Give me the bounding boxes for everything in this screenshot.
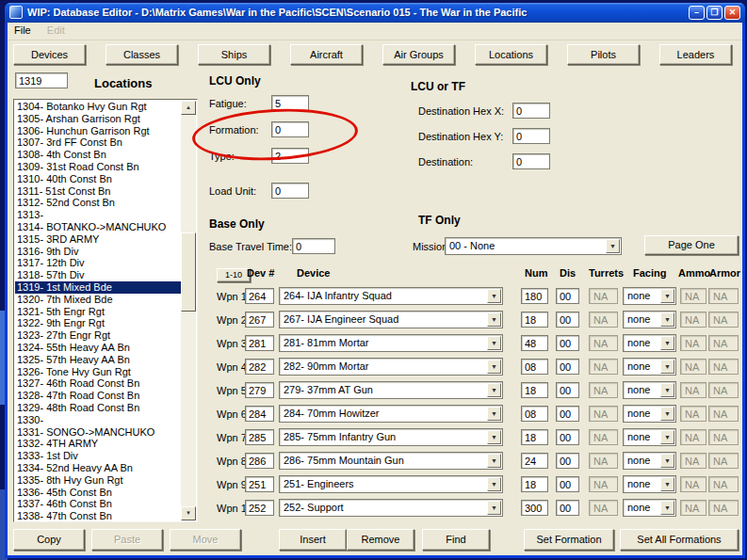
tab-pilots[interactable]: Pilots	[567, 44, 640, 65]
facing-combo[interactable]: none▼	[623, 334, 676, 352]
tab-classes[interactable]: Classes	[106, 44, 178, 65]
dev-number-input[interactable]	[245, 406, 274, 422]
facing-combo[interactable]: none▼	[623, 428, 676, 446]
location-list-item[interactable]: 1313-	[15, 209, 181, 221]
dev-number-input[interactable]	[245, 312, 274, 328]
dev-number-input[interactable]	[245, 335, 274, 351]
location-list-item[interactable]: 1310- 40th Const Bn	[15, 173, 181, 185]
page-one-button[interactable]: Page One	[644, 235, 739, 255]
device-combo[interactable]: 285- 75mm Infantry Gun▼	[279, 428, 503, 446]
title-bar[interactable]: WIP: Database Editor - D:\Matrix Games\W…	[5, 3, 745, 23]
dropdown-arrow-icon[interactable]: ▼	[606, 239, 620, 253]
facing-combo[interactable]: none▼	[623, 311, 676, 328]
dropdown-arrow-icon[interactable]: ▼	[487, 289, 501, 303]
set-all-formations-button[interactable]: Set All Formations	[620, 529, 739, 551]
location-list-item[interactable]: 1309- 31st Road Const Bn	[15, 161, 181, 173]
num-input[interactable]	[521, 453, 548, 469]
maximize-button[interactable]: ❐	[706, 6, 723, 20]
num-input[interactable]	[521, 406, 548, 422]
location-list-item[interactable]: 1311- 51st Const Bn	[15, 185, 181, 198]
dis-input[interactable]	[556, 500, 579, 516]
location-list-item[interactable]: 1316- 9th Div	[15, 246, 181, 258]
mission-combo[interactable]: 00 - None ▼	[445, 237, 622, 255]
dev-number-input[interactable]	[245, 359, 274, 375]
dev-number-input[interactable]	[245, 382, 274, 398]
dis-input[interactable]	[556, 335, 579, 351]
dropdown-arrow-icon[interactable]: ▼	[487, 336, 501, 350]
close-button[interactable]: ✕	[724, 6, 740, 20]
base-travel-time-input[interactable]	[292, 238, 335, 254]
formation-input[interactable]	[271, 121, 309, 137]
dropdown-arrow-icon[interactable]: ▼	[487, 383, 501, 397]
location-list-item[interactable]: 1306- Hunchun Garrison Rgt	[15, 125, 181, 137]
tab-aircraft[interactable]: Aircraft	[290, 44, 363, 65]
dis-input[interactable]	[556, 453, 579, 469]
dis-input[interactable]	[556, 476, 579, 492]
dropdown-arrow-icon[interactable]: ▼	[487, 430, 501, 444]
dis-input[interactable]	[556, 359, 579, 375]
set-formation-button[interactable]: Set Formation	[524, 529, 614, 551]
dropdown-arrow-icon[interactable]: ▼	[487, 407, 501, 421]
dev-number-input[interactable]	[245, 453, 274, 469]
dest-hex-x-input[interactable]	[512, 103, 550, 119]
tab-leaders[interactable]: Leaders	[659, 44, 732, 65]
dropdown-arrow-icon[interactable]: ▼	[660, 383, 674, 397]
facing-combo[interactable]: none▼	[623, 475, 676, 493]
device-combo[interactable]: 252- Support▼	[279, 499, 503, 517]
facing-combo[interactable]: none▼	[623, 358, 676, 376]
location-list-item[interactable]: 1314- BOTANKO->MANCHUKO	[15, 221, 181, 233]
dropdown-arrow-icon[interactable]: ▼	[660, 289, 674, 303]
dropdown-arrow-icon[interactable]: ▼	[660, 312, 674, 327]
facing-combo[interactable]: none▼	[623, 405, 676, 423]
num-input[interactable]	[521, 288, 548, 304]
dis-input[interactable]	[556, 429, 579, 445]
dis-input[interactable]	[556, 312, 579, 328]
dropdown-arrow-icon[interactable]: ▼	[660, 407, 674, 421]
dropdown-arrow-icon[interactable]: ▼	[660, 360, 674, 374]
num-input[interactable]	[521, 476, 548, 492]
scroll-up-icon[interactable]: ▲	[181, 101, 196, 115]
dis-input[interactable]	[556, 288, 579, 304]
num-input[interactable]	[521, 500, 548, 516]
remove-button[interactable]: Remove	[347, 529, 414, 551]
device-combo[interactable]: 286- 75mm Mountain Gun▼	[279, 452, 503, 470]
dest-hex-y-input[interactable]	[512, 128, 550, 144]
num-input[interactable]	[521, 382, 548, 398]
dropdown-arrow-icon[interactable]: ▼	[487, 501, 501, 515]
dropdown-arrow-icon[interactable]: ▼	[487, 454, 501, 468]
tab-locations[interactable]: Locations	[475, 44, 547, 65]
dropdown-arrow-icon[interactable]: ▼	[487, 477, 501, 491]
location-list-item[interactable]: 1304- Botanko Hvy Gun Rgt	[15, 101, 181, 113]
dropdown-arrow-icon[interactable]: ▼	[660, 454, 674, 468]
location-list-item[interactable]: 1312- 52nd Const Bn	[15, 197, 181, 209]
dropdown-arrow-icon[interactable]: ▼	[660, 336, 674, 350]
dis-input[interactable]	[556, 382, 579, 398]
dis-input[interactable]	[556, 406, 579, 422]
num-input[interactable]	[521, 359, 548, 375]
dropdown-arrow-icon[interactable]: ▼	[487, 312, 501, 327]
tab-ships[interactable]: Ships	[198, 44, 270, 65]
location-list-item[interactable]: 1315- 3RD ARMY	[15, 233, 181, 246]
location-number-input[interactable]	[15, 72, 68, 88]
location-list-item[interactable]: 1308- 4th Const Bn	[15, 149, 181, 161]
fatigue-input[interactable]	[271, 95, 309, 111]
facing-combo[interactable]: none▼	[623, 287, 676, 305]
location-list-item[interactable]: 1305- Arshan Garrison Rgt	[15, 113, 181, 125]
copy-button[interactable]: Copy	[13, 529, 85, 551]
dev-number-input[interactable]	[245, 429, 274, 445]
dropdown-arrow-icon[interactable]: ▼	[487, 360, 501, 374]
dev-number-input[interactable]	[245, 288, 274, 304]
type-input[interactable]	[271, 148, 309, 164]
insert-button[interactable]: Insert	[279, 529, 347, 551]
menu-item-file[interactable]: File	[8, 23, 38, 38]
device-combo[interactable]: 267- IJA Engineer Squad▼	[279, 311, 503, 328]
dev-number-input[interactable]	[245, 500, 274, 516]
location-list-item[interactable]: 1318- 57th Div	[15, 269, 181, 281]
num-input[interactable]	[521, 335, 548, 351]
device-combo[interactable]: 281- 81mm Mortar▼	[279, 334, 503, 352]
device-combo[interactable]: 264- IJA Infantry Squad▼	[279, 287, 503, 305]
minimize-button[interactable]: –	[689, 6, 705, 20]
facing-combo[interactable]: none▼	[623, 452, 676, 470]
device-combo[interactable]: 284- 70mm Howitzer▼	[279, 405, 503, 423]
device-combo[interactable]: 251- Engineers▼	[279, 475, 503, 493]
